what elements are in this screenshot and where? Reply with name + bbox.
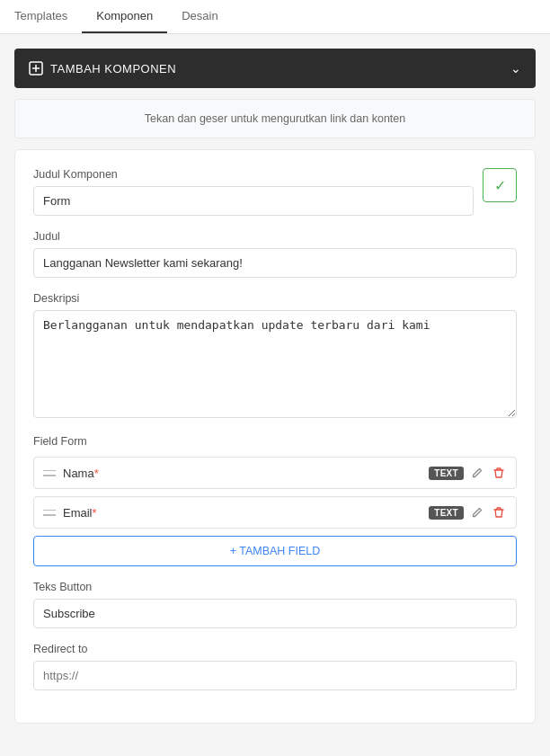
add-component-label: TAMBAH KOMPONEN	[50, 62, 176, 76]
confirm-button[interactable]: ✓	[483, 168, 517, 202]
field-item-nama: Nama* TEXT	[33, 457, 517, 489]
add-field-label: + TAMBAH FIELD	[230, 545, 321, 557]
description-label: Deskripsi	[33, 292, 517, 305]
tab-templates-label: Templates	[14, 9, 67, 22]
field-name-nama: Nama*	[63, 467, 421, 480]
add-component-button[interactable]: TAMBAH KOMPONEN ⌄	[14, 49, 536, 88]
description-group: Deskripsi Berlangganan untuk mendapatkan…	[33, 292, 517, 421]
delete-button-email[interactable]	[491, 504, 507, 520]
redirect-label: Redirect to	[33, 643, 517, 655]
required-indicator-nama: *	[94, 467, 99, 480]
trash-icon	[492, 467, 505, 479]
field-form-group: Field Form Nama* TEXT	[33, 435, 517, 566]
info-bar-text: Tekan dan geser untuk mengurutkan link d…	[145, 112, 405, 125]
info-bar: Tekan dan geser untuk mengurutkan link d…	[14, 99, 536, 138]
add-field-button[interactable]: + TAMBAH FIELD	[33, 536, 517, 566]
top-navigation: Templates Komponen Desain	[0, 0, 550, 34]
tab-desain[interactable]: Desain	[167, 0, 232, 33]
field-item-email: Email* TEXT	[33, 496, 517, 529]
tab-templates[interactable]: Templates	[0, 0, 82, 33]
component-title-left: Judul Komponen	[33, 168, 474, 216]
checkmark-icon: ✓	[494, 177, 506, 194]
title-label: Judul	[33, 230, 517, 243]
tab-komponen[interactable]: Komponen	[82, 0, 167, 33]
tab-desain-label: Desain	[182, 9, 217, 22]
add-component-btn-left: TAMBAH KOMPONEN	[29, 61, 176, 76]
tab-komponen-label: Komponen	[96, 9, 153, 22]
delete-button-nama[interactable]	[491, 465, 507, 481]
title-input[interactable]	[33, 248, 517, 278]
drag-handle-nama[interactable]	[43, 470, 56, 476]
field-name-email: Email*	[63, 506, 421, 520]
type-badge-nama: TEXT	[429, 467, 464, 480]
button-text-input[interactable]	[33, 599, 517, 628]
redirect-input[interactable]	[33, 661, 517, 690]
component-title-label: Judul Komponen	[33, 168, 474, 181]
edit-icon	[471, 467, 483, 479]
title-group: Judul	[33, 230, 517, 278]
component-title-row: Judul Komponen ✓	[33, 168, 517, 216]
edit-button-nama[interactable]	[469, 465, 485, 481]
plus-square-icon	[29, 61, 43, 76]
button-text-label: Teks Button	[33, 581, 517, 593]
component-title-input[interactable]	[33, 186, 474, 216]
field-form-label: Field Form	[33, 435, 517, 448]
main-content: TAMBAH KOMPONEN ⌄ Tekan dan geser untuk …	[0, 34, 550, 738]
edit-icon	[471, 506, 483, 519]
drag-handle-email[interactable]	[43, 510, 56, 516]
type-badge-email: TEXT	[429, 506, 464, 520]
button-text-group: Teks Button	[33, 581, 517, 628]
trash-icon	[492, 506, 505, 519]
redirect-group: Redirect to	[33, 643, 517, 690]
edit-button-email[interactable]	[469, 504, 485, 520]
field-actions-email: TEXT	[429, 504, 507, 520]
required-indicator-email: *	[93, 506, 97, 520]
description-textarea[interactable]: Berlangganan untuk mendapatkan update te…	[33, 310, 517, 418]
chevron-down-icon: ⌄	[510, 61, 522, 76]
field-actions-nama: TEXT	[429, 465, 507, 481]
form-card: Judul Komponen ✓ Judul Deskripsi Berlang…	[14, 149, 536, 724]
